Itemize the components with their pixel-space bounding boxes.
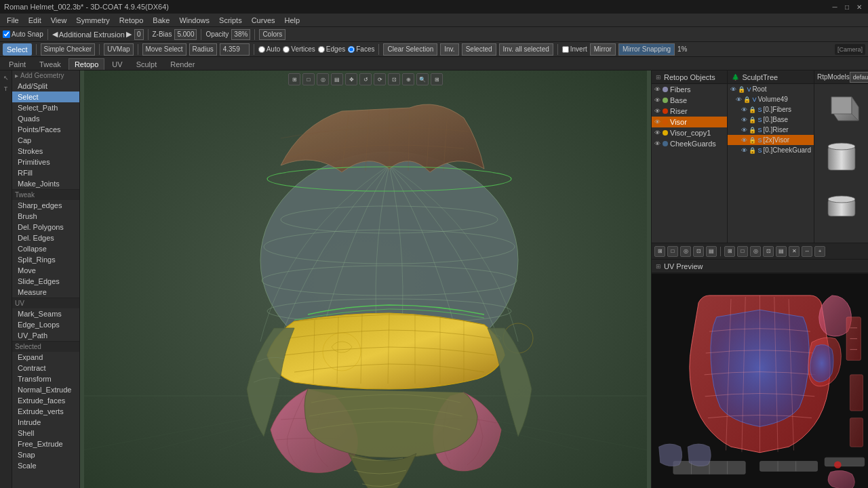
lv-icon-2[interactable]: T	[1, 84, 11, 94]
tree-item-riser[interactable]: 👁 🔒 S [0.]Riser	[728, 125, 814, 135]
menu-item-windows[interactable]: Windows	[175, 16, 214, 25]
sidebar-btn-select[interactable]: Select	[12, 92, 79, 102]
move-select[interactable]: Move Select	[142, 43, 186, 56]
sidebar-btn-sharp-edges[interactable]: Sharp_edges	[12, 200, 79, 211]
sidebar-btn-brush[interactable]: Brush	[12, 211, 79, 222]
retopo-item-visor[interactable]: 👁 Visor	[652, 117, 727, 127]
uv-icon-13[interactable]: +	[814, 246, 825, 257]
sidebar-btn-strokes[interactable]: Strokes	[12, 146, 79, 157]
sidebar-btn-transform[interactable]: Transform	[12, 373, 79, 384]
opacity-value[interactable]: 38%	[231, 29, 250, 40]
sidebar-btn-del-edges[interactable]: Del. Edges	[12, 232, 79, 243]
tab-paint[interactable]: Paint	[3, 58, 32, 70]
lv-icon-1[interactable]: ↖	[1, 73, 11, 83]
uv-icon-8[interactable]: ◎	[750, 246, 761, 257]
uv-icon-4[interactable]: ⊡	[693, 246, 704, 257]
additional-extrusion[interactable]: ◀Additional Extrusion▶	[52, 30, 132, 39]
vertices-radio[interactable]: Vertices	[283, 45, 315, 53]
vp-icon-3[interactable]: ◎	[317, 73, 329, 85]
sidebar-btn-move[interactable]: Move	[12, 265, 79, 276]
uv-canvas[interactable]	[652, 273, 868, 488]
menu-item-symmetry[interactable]: Symmetry	[72, 16, 114, 25]
clear-selection-btn[interactable]: Clear Selection	[383, 43, 437, 56]
auto-snap-checkbox[interactable]: Auto Snap	[3, 30, 43, 38]
sidebar-group-add-geometry[interactable]: ▸Add Geometry	[12, 70, 79, 81]
tab-retopo[interactable]: Retopo	[68, 58, 104, 70]
tree-item-root[interactable]: 👁 🔒 V Root	[728, 84, 814, 94]
invert-checkbox[interactable]: Invert	[562, 45, 587, 53]
mirror-snap-btn[interactable]: Mirror Snapping	[618, 43, 675, 56]
tree-item-visor[interactable]: 👁 🔒 S [2x]Visor	[728, 135, 814, 145]
sidebar-btn-snap[interactable]: Snap	[12, 449, 79, 460]
retopo-item-fibers[interactable]: 👁 Fibers	[652, 84, 727, 95]
retopo-item-base[interactable]: 👁 Base	[652, 95, 727, 106]
radius-value[interactable]: 4.359	[220, 43, 250, 56]
faces-radio[interactable]: Faces	[348, 45, 374, 53]
sidebar-btn-shell[interactable]: Shell	[12, 428, 79, 439]
selected-btn[interactable]: Selected	[462, 43, 496, 56]
vp-icon-7[interactable]: ⟳	[374, 73, 386, 85]
vp-icon-5[interactable]: ✥	[345, 73, 357, 85]
sidebar-btn-rfill[interactable]: RFill	[12, 167, 79, 178]
radius-select[interactable]: Radius	[189, 43, 217, 56]
menu-item-bake[interactable]: Bake	[149, 16, 174, 25]
vp-icon-8[interactable]: ⊡	[388, 73, 400, 85]
vp-icon-4[interactable]: ▤	[331, 73, 343, 85]
uv-icon-12[interactable]: ↔	[802, 246, 812, 257]
sidebar-btn-primitives[interactable]: Primitives	[12, 157, 79, 167]
sidebar-btn-intrude[interactable]: Intrude	[12, 417, 79, 428]
vp-icon-2[interactable]: □	[302, 73, 315, 85]
colors-button[interactable]: Colors	[259, 29, 285, 40]
inv-btn[interactable]: Inv.	[440, 43, 458, 56]
mirror-btn[interactable]: Mirror	[590, 43, 616, 56]
sidebar-btn-edge-loops[interactable]: Edge_Loops	[12, 319, 79, 330]
tab-render[interactable]: Render	[164, 58, 201, 70]
select-active-btn[interactable]: Select	[3, 43, 32, 56]
uv-icon-7[interactable]: □	[737, 246, 748, 257]
sidebar-btn-points-faces[interactable]: Points/Faces	[12, 124, 79, 135]
uv-icon-11[interactable]: ✕	[789, 246, 800, 257]
sidebar-btn-cap[interactable]: Cap	[12, 135, 79, 146]
menu-item-view[interactable]: View	[47, 16, 71, 25]
vp-icon-11[interactable]: ⊞	[431, 73, 443, 85]
sidebar-btn-measure[interactable]: Measure	[12, 287, 79, 298]
sidebar-btn-uv-path[interactable]: UV_Path	[12, 330, 79, 341]
sidebar-btn-collapse[interactable]: Collapse	[12, 243, 79, 254]
tree-item-fibers[interactable]: 👁 🔒 S [0.]Fibers	[728, 104, 814, 115]
tree-item-volume49[interactable]: 👁 🔒 V Volume49	[728, 94, 814, 104]
tree-item-base[interactable]: 👁 🔒 S [0.]Base	[728, 115, 814, 125]
uv-icon-1[interactable]: ⊞	[654, 246, 665, 257]
tab-tweak[interactable]: Tweak	[33, 58, 67, 70]
vp-icon-1[interactable]: ⊞	[288, 73, 300, 85]
uvmap-select[interactable]: UVMap	[104, 43, 133, 56]
tab-uv[interactable]: UV	[106, 58, 128, 70]
uv-icon-3[interactable]: ◎	[680, 246, 691, 257]
edges-radio[interactable]: Edges	[318, 45, 345, 53]
retopo-item-riser[interactable]: 👁 Riser	[652, 106, 727, 117]
sidebar-btn-slide-edges[interactable]: Slide_Edges	[12, 276, 79, 287]
inv-all-selected-btn[interactable]: Inv. all selected	[499, 43, 553, 56]
sidebar-btn-normal-extrude[interactable]: Normal_Extrude	[12, 384, 79, 395]
vp-icon-6[interactable]: ↺	[359, 73, 372, 85]
rtp-default-select[interactable]: default	[850, 72, 868, 83]
checker-select[interactable]: Simple Checker	[41, 43, 96, 56]
close-button[interactable]: ✕	[854, 2, 864, 12]
sidebar-btn-contract[interactable]: Contract	[12, 363, 79, 373]
uv-icon-9[interactable]: ⊡	[763, 246, 774, 257]
viewport[interactable]: ⊞ □ ◎ ▤ ✥ ↺ ⟳ ⊡ ⊕ 🔍 ⊞	[80, 70, 651, 488]
sidebar-btn-split-rings[interactable]: Split_Rings	[12, 254, 79, 265]
menu-item-file[interactable]: File	[3, 16, 23, 25]
tab-sculpt[interactable]: Sculpt	[130, 58, 163, 70]
sidebar-btn-add-split[interactable]: Add/Split	[12, 81, 79, 92]
menu-item-help[interactable]: Help	[281, 16, 304, 25]
sidebar-btn-mark-seams[interactable]: Mark_Seams	[12, 308, 79, 319]
sidebar-btn-extrude-faces[interactable]: Extrude_faces	[12, 395, 79, 406]
menu-item-retopo[interactable]: Retopo	[115, 16, 147, 25]
vp-icon-10[interactable]: 🔍	[416, 73, 429, 85]
uv-icon-2[interactable]: □	[667, 246, 678, 257]
auto-radio[interactable]: Auto	[258, 45, 281, 53]
maximize-button[interactable]: □	[842, 2, 852, 12]
uv-icon-5[interactable]: ▤	[706, 246, 717, 257]
retopo-item-cheekguards[interactable]: 👁 CheekGuards	[652, 138, 727, 149]
menu-item-curves[interactable]: Curves	[248, 16, 279, 25]
